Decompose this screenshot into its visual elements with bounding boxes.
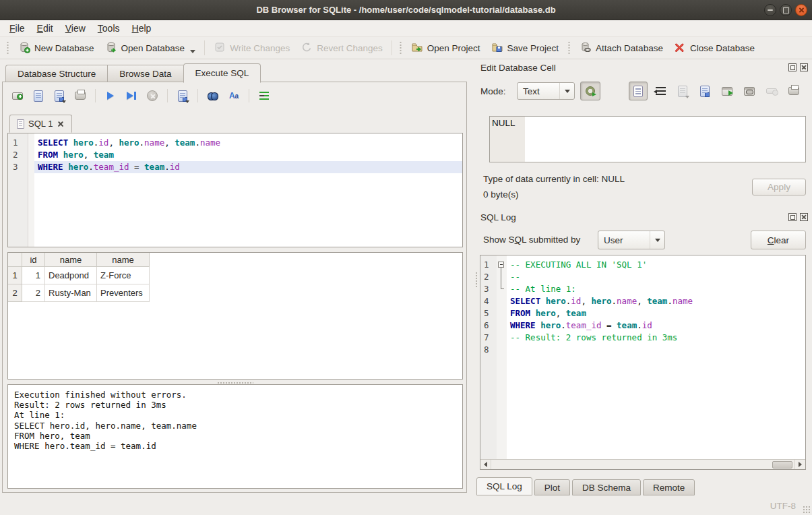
scrollbar-thumb[interactable] xyxy=(772,461,792,468)
row-header[interactable]: 2 xyxy=(8,284,22,302)
column-header[interactable]: name xyxy=(97,253,150,267)
grid-cell[interactable]: Z-Force xyxy=(97,267,150,284)
code-line[interactable] xyxy=(507,344,805,356)
write-changes-button[interactable]: Write Changes xyxy=(208,38,295,58)
minimize-button[interactable] xyxy=(764,4,776,16)
menu-tools[interactable]: Tools xyxy=(92,21,126,36)
close-dock-icon[interactable] xyxy=(800,213,808,221)
editor-code[interactable]: SELECT hero.id, hero.name, team.nameFROM… xyxy=(34,133,462,247)
close-dock-icon[interactable] xyxy=(800,63,808,71)
word-wrap-icon[interactable] xyxy=(651,82,670,100)
print-icon[interactable] xyxy=(784,82,803,100)
maximize-button[interactable] xyxy=(780,4,792,16)
set-null-icon[interactable] xyxy=(762,82,781,100)
toolbar-handle[interactable] xyxy=(6,40,9,55)
close-tab-icon[interactable] xyxy=(57,120,65,128)
save-sql-file-icon[interactable] xyxy=(53,89,66,102)
close-database-button[interactable]: Close Database xyxy=(668,38,760,58)
clear-log-button[interactable]: Clear xyxy=(751,231,806,249)
close-button[interactable] xyxy=(795,4,807,16)
scroll-right-arrow-icon[interactable] xyxy=(794,460,805,469)
attach-database-button[interactable]: Attach Database xyxy=(574,38,668,58)
resize-grip[interactable] xyxy=(803,506,811,514)
tab-remote[interactable]: Remote xyxy=(643,479,695,495)
log-horizontal-scrollbar[interactable] xyxy=(480,459,805,469)
revert-changes-button[interactable]: Revert Changes xyxy=(295,38,388,58)
sql-editor[interactable]: 123 SELECT hero.id, hero.name, team.name… xyxy=(7,133,463,247)
column-header[interactable]: id xyxy=(22,253,45,267)
code-line[interactable]: SELECT hero.id, hero.name, team.name xyxy=(34,137,462,149)
cell-value: NULL xyxy=(490,117,525,162)
code-line[interactable]: -- At line 1: xyxy=(507,283,805,295)
tab-plot[interactable]: Plot xyxy=(534,479,570,495)
fold-collapse-icon[interactable] xyxy=(498,262,504,268)
menu-help[interactable]: Help xyxy=(126,21,158,36)
tab-execute-sql[interactable]: Execute SQL xyxy=(183,63,261,83)
import-text-icon[interactable] xyxy=(673,82,692,100)
code-line[interactable]: FROM hero, team xyxy=(507,307,805,320)
row-header[interactable]: 1 xyxy=(8,267,22,284)
database-open-icon xyxy=(105,41,117,55)
grid-cell[interactable]: Deadpond xyxy=(45,267,97,284)
toolbar-handle[interactable] xyxy=(567,40,571,55)
text-mode-icon[interactable] xyxy=(629,82,648,100)
scroll-left-arrow-icon[interactable] xyxy=(480,460,491,469)
print-sql-icon[interactable] xyxy=(73,89,87,102)
save-project-button[interactable]: Save Project xyxy=(486,38,565,58)
message-line: Execution finished without errors. xyxy=(14,390,456,400)
new-sql-tab-icon[interactable] xyxy=(11,89,24,102)
tab-sql-log[interactable]: SQL Log xyxy=(476,477,532,495)
tab-database-structure[interactable]: Database Structure xyxy=(5,65,107,82)
log-filter-select[interactable]: User xyxy=(598,231,665,249)
menu-file[interactable]: File xyxy=(3,21,31,36)
titlebar[interactable]: DB Browser for SQLite - /home/user/code/… xyxy=(0,0,812,20)
code-line[interactable]: WHERE hero.team_id = team.id xyxy=(507,320,805,332)
tab-db-schema[interactable]: DB Schema xyxy=(572,479,641,495)
apply-button[interactable]: Apply xyxy=(752,179,806,195)
format-sql-icon[interactable] xyxy=(257,89,271,102)
vertical-splitter-handle[interactable] xyxy=(475,272,478,288)
grid-cell[interactable]: Rusty-Man xyxy=(45,284,97,302)
sql-log-view[interactable]: 12345678 -- EXECUTING ALL IN 'SQL 1'----… xyxy=(480,255,806,470)
mode-select[interactable]: Text xyxy=(517,82,575,100)
left-pane: Database Structure Browse Data Execute S… xyxy=(0,59,475,515)
execute-all-icon[interactable] xyxy=(104,89,117,102)
code-line[interactable]: WHERE hero.team_id = team.id xyxy=(34,161,462,173)
code-line[interactable]: -- xyxy=(507,271,805,283)
float-dock-icon[interactable] xyxy=(788,63,797,71)
find-replace-icon[interactable]: Aa xyxy=(227,89,241,102)
tab-browse-data[interactable]: Browse Data xyxy=(107,65,183,82)
edit-url-icon[interactable] xyxy=(740,82,759,100)
db-browser-window: { "window": { "title": "DB Browser for S… xyxy=(0,0,812,515)
cell-value-editor[interactable]: NULL xyxy=(489,116,806,162)
code-line[interactable]: FROM hero, team xyxy=(34,149,462,161)
grid-cell[interactable]: 1 xyxy=(22,267,45,284)
float-dock-icon[interactable] xyxy=(788,213,797,221)
code-line[interactable]: -- Result: 2 rows returned in 3ms xyxy=(507,332,805,344)
results-grid[interactable]: idnamename11DeadpondZ-Force22Rusty-ManPr… xyxy=(7,252,463,380)
execute-current-line-icon[interactable] xyxy=(125,89,138,102)
apply-mode-gear-button[interactable] xyxy=(580,82,600,100)
code-line[interactable]: -- EXECUTING ALL IN 'SQL 1' xyxy=(507,259,805,271)
sql-doc-tab[interactable]: SQL 1 xyxy=(9,115,72,133)
open-database-dropdown-caret[interactable] xyxy=(190,50,195,53)
export-icon[interactable] xyxy=(718,82,737,100)
grid-corner-header[interactable] xyxy=(8,253,22,267)
open-sql-file-icon[interactable] xyxy=(32,89,45,102)
sql-doc-tab-bar: SQL 1 xyxy=(9,115,72,132)
menu-edit[interactable]: Edit xyxy=(31,21,59,36)
toolbar-handle[interactable] xyxy=(399,40,402,55)
open-project-button[interactable]: Open Project xyxy=(406,38,486,58)
menu-view[interactable]: View xyxy=(59,21,92,36)
grid-cell[interactable]: Preventers xyxy=(97,284,150,302)
new-database-button[interactable]: New Database xyxy=(13,38,100,58)
column-header[interactable]: name xyxy=(45,253,97,267)
find-icon[interactable] xyxy=(206,89,220,102)
code-line[interactable]: SELECT hero.id, hero.name, team.name xyxy=(507,295,805,307)
open-database-button[interactable]: Open Database xyxy=(100,38,201,58)
save-results-icon[interactable] xyxy=(176,89,189,102)
stop-icon[interactable] xyxy=(146,89,159,102)
grid-cell[interactable]: 2 xyxy=(22,284,45,302)
line-number: 3 xyxy=(480,283,497,295)
save-as-icon[interactable] xyxy=(695,82,714,100)
